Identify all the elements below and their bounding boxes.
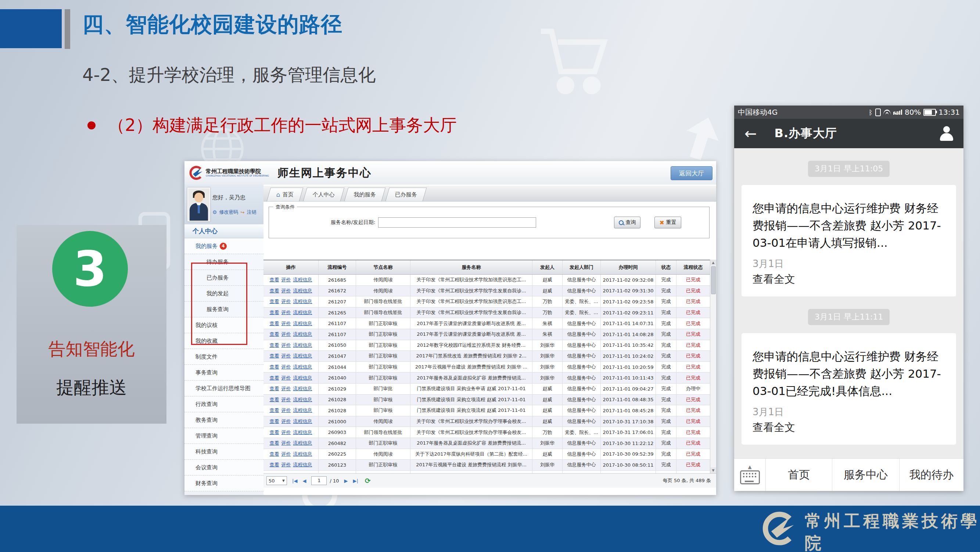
- op-link-评价[interactable]: 评价: [282, 429, 291, 436]
- refresh-icon[interactable]: ⟳: [365, 477, 371, 485]
- op-link-流程信息[interactable]: 流程信息: [293, 375, 312, 381]
- message-card[interactable]: 您申请的信息中心运行维护费 财务经费报销——不含差旅费 赵小芳 2017-03-…: [741, 185, 956, 297]
- op-link-流程信息[interactable]: 流程信息: [293, 418, 312, 425]
- table-row[interactable]: 查看评价流程信息261040部门正职审核2017年服务器及桌面虚拟化扩容 差旅费…: [264, 373, 710, 384]
- nav-item-2[interactable]: 服务中心: [832, 459, 899, 491]
- op-link-评价[interactable]: 评价: [282, 418, 291, 425]
- table-row[interactable]: 查看评价流程信息261000传阅阅读关于印发《常州工程职业技术学院办学理事会校友…: [264, 416, 710, 428]
- op-link-查看[interactable]: 查看: [270, 451, 279, 458]
- sidebar-item[interactable]: 事务查询: [185, 365, 264, 381]
- op-link-评价[interactable]: 评价: [282, 440, 291, 447]
- scroll-up-icon[interactable]: ▲: [710, 260, 716, 265]
- op-link-流程信息[interactable]: 流程信息: [293, 451, 312, 458]
- table-row[interactable]: 查看评价流程信息261672传阅阅读关于印发《常州工程职业技术学院学生发展自我诊…: [264, 286, 710, 297]
- sidebar-subitem[interactable]: 我的发起: [185, 286, 264, 302]
- op-link-查看[interactable]: 查看: [270, 353, 279, 359]
- table-row[interactable]: 查看评价流程信息261044部门正职审核2017年云视频平台建设 差旅费费报销流…: [264, 362, 710, 373]
- tab-3[interactable]: 已办服务: [385, 188, 426, 201]
- op-link-评价[interactable]: 评价: [282, 385, 291, 392]
- op-link-评价[interactable]: 评价: [282, 353, 291, 359]
- op-link-查看[interactable]: 查看: [270, 440, 279, 447]
- sidebar-item[interactable]: 制度文件: [185, 349, 264, 365]
- op-link-查看[interactable]: 查看: [270, 320, 279, 327]
- op-link-流程信息[interactable]: 流程信息: [293, 309, 312, 316]
- table-row[interactable]: 查看评价流程信息261265部门领导在线签批关于印发《常州工程职业技术学院学生发…: [264, 308, 710, 319]
- op-link-评价[interactable]: 评价: [282, 407, 291, 414]
- op-link-流程信息[interactable]: 流程信息: [293, 353, 312, 359]
- op-link-查看[interactable]: 查看: [270, 396, 279, 403]
- op-link-流程信息[interactable]: 流程信息: [293, 461, 312, 468]
- op-link-评价[interactable]: 评价: [282, 396, 291, 403]
- sidebar-subitem[interactable]: 服务查询: [185, 302, 264, 317]
- op-link-查看[interactable]: 查看: [270, 407, 279, 414]
- table-row[interactable]: 查看评价流程信息261685传阅阅读关于印发《常州工程职业技术学院加强意识形态工…: [264, 275, 710, 286]
- sidebar-subitem[interactable]: 已办服务: [185, 270, 264, 286]
- op-link-流程信息[interactable]: 流程信息: [293, 429, 312, 436]
- op-link-流程信息[interactable]: 流程信息: [293, 331, 312, 338]
- op-link-查看[interactable]: 查看: [270, 385, 279, 392]
- sidebar-item[interactable]: 我的收藏: [185, 333, 264, 349]
- op-link-流程信息[interactable]: 流程信息: [293, 364, 312, 370]
- sidebar-item[interactable]: 财务查询: [185, 475, 264, 491]
- tab-1[interactable]: 个人中心: [303, 188, 344, 201]
- table-row[interactable]: 查看评价流程信息261107部门正职审核2017年基于云课堂的课堂质量诊断与改进…: [264, 318, 710, 329]
- sidebar-item[interactable]: 行政查询: [185, 396, 264, 412]
- return-hall-button[interactable]: 返回大厅: [671, 166, 713, 180]
- op-link-评价[interactable]: 评价: [282, 309, 291, 316]
- table-row[interactable]: 查看评价流程信息261047部门正职审核2017年门禁系统改造 差旅费费报销流程…: [264, 351, 710, 362]
- prev-page-icon[interactable]: ◀: [302, 478, 306, 483]
- table-row[interactable]: 查看评价流程信息260482部门正职审核2017年服务器及桌面虚拟化扩容 差旅费…: [264, 438, 710, 449]
- table-row[interactable]: 查看评价流程信息261107部门正职审核2017年基于云课堂的课堂质量诊断与改进…: [264, 329, 710, 340]
- op-link-评价[interactable]: 评价: [282, 320, 291, 327]
- op-link-查看[interactable]: 查看: [270, 461, 279, 468]
- table-row[interactable]: 查看评价流程信息260123部门正职审核2017年云视频平台建设 差旅费费报销流…: [264, 460, 710, 471]
- back-arrow-icon[interactable]: ←: [745, 125, 757, 142]
- scroll-thumb[interactable]: [711, 266, 716, 294]
- message-card[interactable]: 您申请的信息中心运行维护费 财务经费报销——不含差旅费 赵小芳 2017-03-…: [741, 333, 956, 445]
- table-row[interactable]: 查看评价流程信息261050部门正职审核2012年数字化校园IT运维监控系统开发…: [264, 340, 710, 351]
- op-link-流程信息[interactable]: 流程信息: [293, 440, 312, 447]
- query-input[interactable]: [378, 217, 536, 228]
- sidebar-item[interactable]: 学校工作运行思维导图: [185, 381, 264, 396]
- sidebar-subitem[interactable]: 待办服务: [185, 254, 264, 270]
- op-link-评价[interactable]: 评价: [282, 461, 291, 468]
- op-link-查看[interactable]: 查看: [270, 342, 279, 349]
- user-icon[interactable]: [939, 126, 954, 141]
- table-row[interactable]: 查看评价流程信息260225传阅阅读关于下达2017年度纵向科研项目（第二批）配…: [264, 449, 710, 460]
- op-link-流程信息[interactable]: 流程信息: [293, 320, 312, 327]
- sidebar-item-my-services[interactable]: 我的服务4: [185, 238, 264, 254]
- table-row[interactable]: 查看评价流程信息261029部门审批门禁系统建设项目 采购业务申请 赵威 201…: [264, 384, 710, 395]
- table-row[interactable]: 查看评价流程信息261028部门审核门禁系统建设项目 采购立项流程 赵威 201…: [264, 395, 710, 406]
- change-password-link[interactable]: 修改密码: [220, 209, 239, 215]
- table-row[interactable]: 查看评价流程信息261207部门领导在线签批关于印发《常州工程职业技术学院加强意…: [264, 297, 710, 308]
- op-link-查看[interactable]: 查看: [270, 298, 279, 305]
- sidebar-item[interactable]: 教务查询: [185, 412, 264, 428]
- sidebar-item[interactable]: 我的议核: [185, 317, 264, 333]
- op-link-流程信息[interactable]: 流程信息: [293, 407, 312, 414]
- op-link-流程信息[interactable]: 流程信息: [293, 385, 312, 392]
- next-page-icon[interactable]: ▶: [344, 478, 348, 483]
- reset-button[interactable]: ✖ 重置: [654, 217, 681, 228]
- op-link-查看[interactable]: 查看: [270, 418, 279, 425]
- op-link-查看[interactable]: 查看: [270, 375, 279, 381]
- view-full-text-link[interactable]: 查看全文: [752, 272, 795, 287]
- nav-item-3[interactable]: 我的待办: [899, 459, 964, 491]
- tab-2[interactable]: 我的服务: [344, 188, 385, 201]
- op-link-评价[interactable]: 评价: [282, 364, 291, 370]
- sidebar-item[interactable]: 科技查询: [185, 444, 264, 460]
- sidebar-item[interactable]: 会议查询: [185, 460, 264, 475]
- op-link-评价[interactable]: 评价: [282, 342, 291, 349]
- page-size-select[interactable]: 50▼: [266, 476, 287, 485]
- op-link-评价[interactable]: 评价: [282, 298, 291, 305]
- op-link-流程信息[interactable]: 流程信息: [293, 287, 312, 294]
- op-link-评价[interactable]: 评价: [282, 287, 291, 294]
- op-link-查看[interactable]: 查看: [270, 364, 279, 370]
- view-full-text-link[interactable]: 查看全文: [752, 420, 795, 435]
- scroll-down-icon[interactable]: ▼: [710, 467, 716, 473]
- nav-item-1[interactable]: 首页: [765, 459, 832, 491]
- op-link-流程信息[interactable]: 流程信息: [293, 342, 312, 349]
- page-number-input[interactable]: 1: [311, 476, 327, 485]
- last-page-icon[interactable]: ▶|: [353, 478, 358, 483]
- sidebar-item[interactable]: 管理查询: [185, 428, 264, 444]
- table-scrollbar[interactable]: ▲ ▼: [710, 260, 716, 473]
